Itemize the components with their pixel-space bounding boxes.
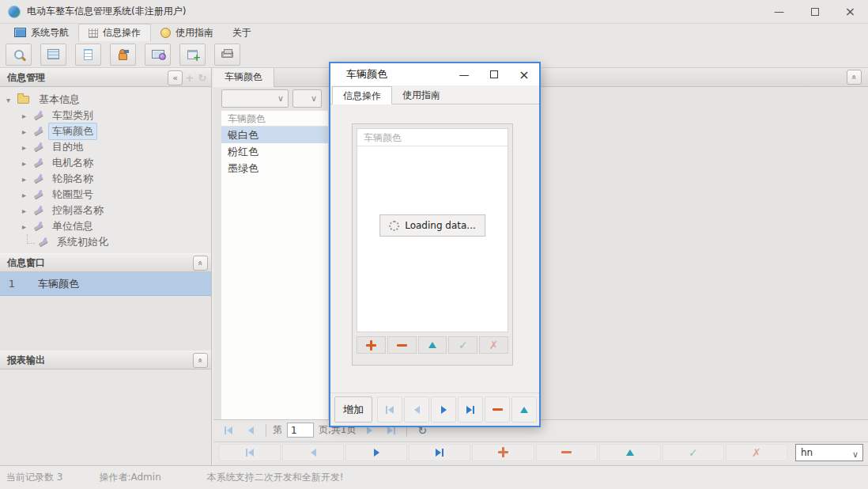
caret-right-icon[interactable]: ▸	[22, 222, 33, 231]
menu-item-about[interactable]: 关于	[223, 24, 261, 41]
collapse-panel-button[interactable]	[193, 353, 208, 368]
caret-right-icon[interactable]: ▸	[22, 143, 33, 152]
triangle-left-icon	[311, 449, 316, 457]
page-number-input[interactable]	[287, 423, 314, 438]
document-button[interactable]	[75, 44, 101, 66]
filter-combo-1[interactable]	[221, 89, 289, 108]
dialog-tab-info-operation[interactable]: 信息操作	[332, 86, 392, 104]
last-record-icon	[442, 449, 443, 457]
grid-confirm-button[interactable]	[448, 336, 477, 354]
printer-icon	[221, 51, 233, 58]
dialog-minimize-button[interactable]: —	[449, 63, 479, 85]
tree-label[interactable]: 轮圈型号	[48, 186, 97, 203]
dialog-grid-column-header[interactable]: 车辆颜色	[357, 129, 508, 146]
add-window-button[interactable]	[179, 44, 206, 66]
last-record-button[interactable]	[409, 444, 470, 461]
table-row[interactable]: 墨绿色	[221, 160, 328, 176]
tree-root-basic-info[interactable]: ▾ 基本信息	[0, 92, 211, 108]
tree-item-vehicle-color[interactable]: ▸ 车辆颜色	[0, 123, 211, 139]
collapse-panel-button[interactable]	[193, 256, 208, 271]
tree-label[interactable]: 基本信息	[35, 91, 84, 108]
tree-item-tire-name[interactable]: ▸ 轮胎名称	[0, 171, 211, 187]
table-list-icon	[47, 49, 59, 59]
collapse-main-button[interactable]	[847, 70, 862, 85]
refresh-icon[interactable]	[197, 72, 208, 84]
grid-column-header[interactable]: 车辆颜色	[221, 111, 328, 127]
dialog-first-button[interactable]	[377, 396, 402, 423]
menubar: 系统导航 信息操作 使用指南 关于	[0, 24, 868, 41]
first-record-button[interactable]	[219, 444, 281, 461]
prev-record-button[interactable]	[282, 444, 344, 461]
menu-item-info-operation[interactable]: 信息操作	[78, 24, 151, 41]
tree-item-controller-name[interactable]: ▸ 控制器名称	[0, 203, 211, 218]
dialog-maximize-button[interactable]	[479, 63, 509, 85]
search-button[interactable]	[6, 44, 32, 66]
caret-right-icon[interactable]: ▸	[22, 191, 33, 199]
grid-delete-button[interactable]	[387, 336, 417, 354]
tree-item-system-init[interactable]: 系统初始化	[0, 234, 211, 250]
dialog-next-button[interactable]	[431, 396, 456, 423]
next-record-button[interactable]	[345, 444, 407, 461]
dialog-tab-user-guide[interactable]: 使用指南	[392, 86, 451, 104]
filter-combo-2[interactable]	[292, 89, 322, 108]
triangle-right-icon	[466, 406, 472, 414]
table-row[interactable]: 粉红色	[221, 143, 328, 160]
list-item-vehicle-color[interactable]: 1 车辆颜色	[0, 272, 211, 296]
monitor-button[interactable]	[145, 44, 171, 66]
tree-label[interactable]: 控制器名称	[48, 202, 108, 219]
check-icon	[689, 446, 698, 459]
tree-label[interactable]: 目的地	[48, 138, 87, 156]
first-page-button[interactable]	[220, 423, 237, 438]
add-icon[interactable]: +	[184, 72, 195, 84]
grid-add-button[interactable]	[357, 336, 386, 354]
caret-right-icon[interactable]: ▸	[22, 207, 33, 215]
tree-item-motor-name[interactable]: ▸ 电机名称	[0, 155, 211, 171]
collapse-panel-button[interactable]	[168, 70, 183, 85]
tool-icon	[33, 190, 44, 200]
caret-right-icon[interactable]: ▸	[22, 159, 33, 168]
dialog-close-button[interactable]: ×	[509, 63, 539, 85]
tree-item-unit-info[interactable]: ▸ 单位信息	[0, 218, 211, 234]
menu-item-system-nav[interactable]: 系统导航	[5, 24, 78, 41]
table-list-button[interactable]	[40, 44, 66, 66]
tree-item-rim-model[interactable]: ▸ 轮圈型号	[0, 187, 211, 203]
table-row[interactable]: 银白色	[221, 127, 328, 143]
delete-record-button[interactable]	[536, 444, 598, 461]
caret-down-icon[interactable]: ▾	[6, 96, 17, 104]
printer-button[interactable]	[214, 44, 240, 66]
tree-item-vehicle-type[interactable]: ▸ 车型类别	[0, 108, 211, 123]
plus-icon	[366, 340, 376, 351]
grid-cancel-button[interactable]	[479, 336, 508, 354]
edit-record-button[interactable]	[599, 444, 661, 461]
record-count-text: 当前记录数 3	[6, 471, 62, 484]
dialog-last-button[interactable]	[458, 396, 483, 423]
tree-label[interactable]: 系统初始化	[53, 233, 112, 251]
tree-label[interactable]: 单位信息	[48, 218, 97, 235]
grid-edit-button[interactable]	[418, 336, 447, 354]
hn-combo[interactable]: hn	[795, 444, 863, 461]
restore-button[interactable]	[797, 0, 832, 23]
cancel-button[interactable]	[726, 444, 787, 461]
tree-label[interactable]: 轮胎名称	[48, 170, 97, 188]
dialog-delete-button[interactable]	[485, 396, 510, 423]
confirm-button[interactable]	[662, 444, 724, 461]
tree-label[interactable]: 车辆颜色	[48, 123, 97, 140]
tree-item-destination[interactable]: ▸ 目的地	[0, 139, 211, 155]
caret-right-icon[interactable]: ▸	[22, 127, 33, 136]
minimize-button[interactable]: —	[761, 0, 797, 23]
dialog-edit-button[interactable]	[511, 396, 537, 423]
close-button[interactable]: ×	[832, 0, 868, 23]
add-record-button[interactable]	[472, 444, 534, 461]
dialog-prev-button[interactable]	[404, 396, 429, 423]
tree-label[interactable]: 车型类别	[48, 107, 97, 124]
tree-label[interactable]: 电机名称	[48, 154, 97, 172]
menu-item-user-guide[interactable]: 使用指南	[151, 24, 223, 41]
main-header: 车辆颜色	[213, 68, 868, 87]
prev-page-button[interactable]	[242, 423, 259, 438]
add-button[interactable]: 增加	[334, 396, 372, 423]
tab-vehicle-color[interactable]: 车辆颜色	[213, 68, 274, 87]
caret-right-icon[interactable]: ▸	[22, 112, 33, 120]
user-button[interactable]	[110, 44, 136, 66]
caret-right-icon[interactable]: ▸	[22, 175, 33, 184]
triangle-left-icon	[248, 426, 254, 434]
